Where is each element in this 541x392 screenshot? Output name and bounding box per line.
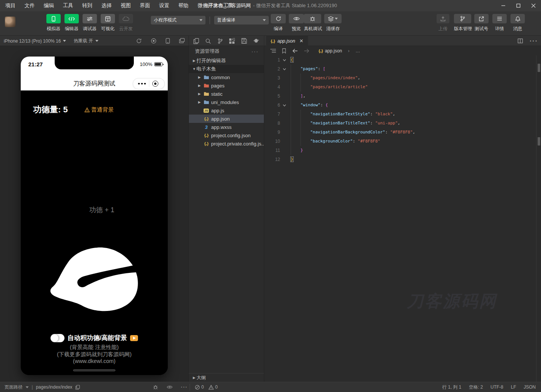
multi-window-icon[interactable] <box>179 38 185 44</box>
code-line-11[interactable]: 11} <box>264 146 541 155</box>
device-select[interactable]: iPhone 12/13 (Pro) 100% 16 <box>0 38 70 44</box>
restart-icon[interactable] <box>136 38 142 44</box>
file-item-app-wxss[interactable]: 3app.wxss <box>189 123 264 131</box>
visualization-toggle-button[interactable]: 可视化 <box>100 14 116 32</box>
menu-item-3[interactable]: 工具 <box>63 2 73 9</box>
menu-item-2[interactable]: 编辑 <box>44 2 54 9</box>
source-control-icon[interactable] <box>218 38 223 44</box>
file-item-project-private-config-js-[interactable]: {..}project.private.config.js... <box>189 139 264 148</box>
project-root[interactable]: ▼ 电子木鱼 <box>189 65 264 73</box>
nav-forward-icon[interactable] <box>304 49 310 53</box>
code-line-2[interactable]: 2"pages": [ <box>264 64 541 74</box>
cloud-dev-button[interactable]: 云开发 <box>118 14 134 32</box>
indent-info[interactable]: 空格: 2 <box>469 384 483 390</box>
user-avatar[interactable] <box>5 17 15 27</box>
tab-close-icon[interactable]: ✕ <box>299 38 303 44</box>
explorer-more-icon[interactable]: ··· <box>251 49 259 54</box>
fold-chevron-icon[interactable] <box>280 55 288 64</box>
close-icon[interactable] <box>526 0 541 11</box>
code-line-3[interactable]: 3"pages/index/index", <box>264 74 541 83</box>
phone-simulator[interactable]: 21:27 100% 刀客源码网测试 功德量: 5 <box>21 57 168 375</box>
warning-counter[interactable]: 0 <box>208 384 218 390</box>
bg-mode-badge[interactable]: 普通背景 <box>84 106 114 113</box>
page-path-label[interactable]: 页面路径 <box>5 384 23 390</box>
wooden-fish[interactable] <box>42 240 146 318</box>
compile-button[interactable]: 编译 <box>271 14 286 32</box>
menu-item-9[interactable]: 帮助 <box>178 2 189 9</box>
extensions-icon[interactable] <box>229 38 235 44</box>
error-counter[interactable]: 0 <box>195 384 204 390</box>
vconsole-bug-icon[interactable] <box>153 384 158 390</box>
detail-button[interactable]: 详情 <box>492 14 507 32</box>
mode-select[interactable]: 小程序模式 <box>151 16 205 24</box>
device-debug-button[interactable]: 真机调试 <box>304 14 322 32</box>
code-line-12[interactable]: 12} <box>264 155 541 164</box>
search-icon[interactable] <box>205 38 211 44</box>
record-stop-icon[interactable] <box>151 38 156 44</box>
code-line-1[interactable]: 1{ <box>264 55 541 64</box>
fold-chevron-icon[interactable] <box>280 101 288 110</box>
compile-select[interactable]: 普通编译 <box>214 16 269 24</box>
split-editor-icon[interactable] <box>518 38 523 43</box>
upload-button[interactable]: 上传 <box>437 14 449 32</box>
outline-list-icon[interactable] <box>270 49 276 53</box>
code-line-5[interactable]: 5], <box>264 92 541 101</box>
code-line-8[interactable]: 8"navigationBarTitleText": "uni-app", <box>264 119 541 128</box>
test-account-button[interactable]: 测试号 <box>474 14 489 32</box>
code-line-9[interactable]: 9"navigationBarBackgroundColor": "#F8F8F… <box>264 128 541 137</box>
file-item-app-json[interactable]: {..}app.json <box>189 115 264 123</box>
capsule-menu[interactable] <box>133 78 165 89</box>
breadcrumb-file[interactable]: {..} app.json <box>319 48 342 54</box>
save-icon[interactable] <box>241 38 247 44</box>
minimize-icon[interactable] <box>496 0 511 11</box>
menu-item-6[interactable]: 视图 <box>121 2 131 9</box>
breadcrumb-more[interactable]: … <box>356 48 360 54</box>
menu-item-5[interactable]: 选择 <box>101 2 112 9</box>
fold-chevron-icon[interactable] <box>280 64 288 74</box>
exit-target-icon[interactable] <box>152 81 158 87</box>
file-item-app-js[interactable]: JSapp.js <box>189 106 264 115</box>
code-line-7[interactable]: 7"navigationBarTextStyle": "black", <box>264 110 541 119</box>
more-dots-icon[interactable] <box>138 83 146 85</box>
file-item-uni-modules[interactable]: ▶uni_modules <box>189 98 264 106</box>
open-editors-section[interactable]: ▶ 打开的编辑器 <box>189 57 264 65</box>
code-line-4[interactable]: 4"pages/article/article" <box>264 83 541 92</box>
teapot-icon[interactable] <box>253 38 259 43</box>
code-line-6[interactable]: 6"window": { <box>264 101 541 110</box>
more-icon[interactable]: ··· <box>181 384 188 390</box>
more-actions-icon[interactable]: ··· <box>530 38 538 44</box>
file-item-static[interactable]: ▶static <box>189 90 264 98</box>
encoding[interactable]: UTF-8 <box>490 384 503 390</box>
hot-reload-select[interactable]: 热重载 开 <box>70 38 102 44</box>
debugger-toggle-button[interactable]: 调试器 <box>81 14 98 32</box>
file-item-common[interactable]: ▶common <box>189 73 264 81</box>
tab-app-json[interactable]: {..} app.json ✕ <box>266 36 308 46</box>
cursor-position[interactable]: 行 1, 列 1 <box>442 384 461 390</box>
menu-item-7[interactable]: 界面 <box>140 2 150 9</box>
eol[interactable]: LF <box>511 384 516 390</box>
bookmark-icon[interactable] <box>282 48 286 54</box>
mini-program-content[interactable]: 功德量: 5 普通背景 功德 + 1 自动积功德/高能背景 (背景高能 注意 <box>21 90 168 375</box>
simulator-toggle-button[interactable]: 模拟器 <box>45 14 62 32</box>
clear-cache-button[interactable]: 清缓存 <box>324 14 342 32</box>
file-item-pages[interactable]: ▶pages <box>189 81 264 90</box>
editor-scrollbar[interactable] <box>536 55 541 382</box>
watch-eye-icon[interactable] <box>167 385 173 389</box>
menu-item-1[interactable]: 文件 <box>25 2 35 9</box>
menu-item-4[interactable]: 转到 <box>82 2 92 9</box>
language-mode[interactable]: JSON <box>524 384 536 390</box>
auto-merit-toggle[interactable] <box>51 334 64 342</box>
file-item-project-config-json[interactable]: {..}project.config.json <box>189 131 264 139</box>
editor-toggle-button[interactable]: 编辑器 <box>63 14 80 32</box>
rotate-device-icon[interactable] <box>166 38 170 44</box>
menu-item-8[interactable]: 设置 <box>159 2 169 9</box>
message-button[interactable]: 消息 <box>510 14 525 32</box>
preview-button[interactable]: 预览 <box>289 14 304 32</box>
copy-icon[interactable] <box>75 385 80 390</box>
menu-item-0[interactable]: 项目 <box>5 2 15 9</box>
nav-back-icon[interactable] <box>292 49 298 53</box>
files-icon[interactable] <box>193 38 199 44</box>
code-area[interactable]: 1{2"pages": [3"pages/index/index",4"page… <box>264 55 541 164</box>
outline-section[interactable]: ▶ 大纲 <box>189 373 264 382</box>
version-manage-button[interactable]: 版本管理 <box>454 14 472 32</box>
